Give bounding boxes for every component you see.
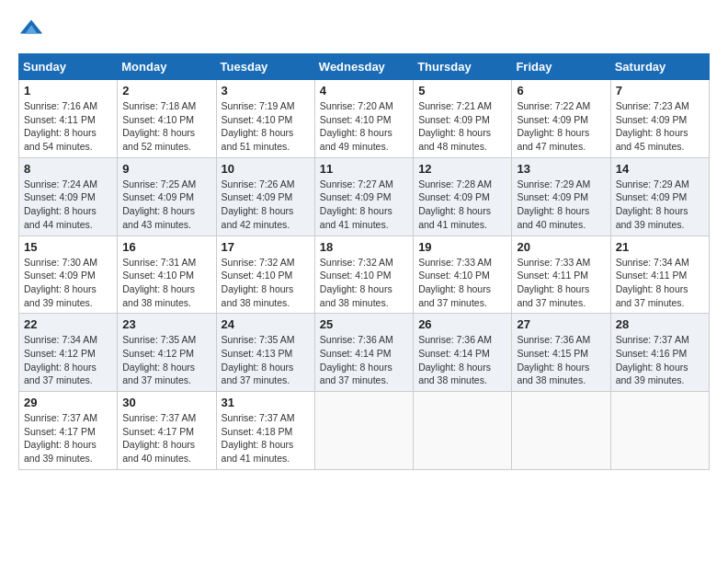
sunrise-text: Sunrise: 7:37 AM bbox=[616, 334, 689, 345]
calendar-cell: 11Sunrise: 7:27 AMSunset: 4:09 PMDayligh… bbox=[314, 157, 413, 236]
calendar-header-friday: Friday bbox=[512, 54, 610, 80]
sunset-text: Sunset: 4:12 PM bbox=[24, 348, 96, 359]
daylight-text: Daylight: 8 hours and 39 minutes. bbox=[616, 362, 688, 386]
calendar-cell: 30Sunrise: 7:37 AMSunset: 4:17 PMDayligh… bbox=[118, 392, 216, 470]
sunrise-text: Sunrise: 7:24 AM bbox=[24, 178, 97, 190]
day-info: Sunrise: 7:36 AMSunset: 4:14 PMDaylight:… bbox=[320, 333, 408, 387]
sunrise-text: Sunrise: 7:33 AM bbox=[517, 257, 590, 268]
sunset-text: Sunset: 4:17 PM bbox=[122, 426, 194, 437]
daylight-text: Daylight: 8 hours and 39 minutes. bbox=[616, 205, 688, 230]
sunset-text: Sunset: 4:09 PM bbox=[24, 191, 96, 202]
sunset-text: Sunset: 4:15 PM bbox=[517, 348, 588, 359]
daylight-text: Daylight: 8 hours and 45 minutes. bbox=[616, 127, 688, 152]
sunset-text: Sunset: 4:11 PM bbox=[24, 114, 96, 125]
day-number: 24 bbox=[222, 317, 310, 331]
day-info: Sunrise: 7:37 AMSunset: 4:18 PMDaylight:… bbox=[222, 411, 310, 465]
sunset-text: Sunset: 4:10 PM bbox=[320, 270, 392, 281]
day-number: 21 bbox=[616, 240, 704, 254]
sunset-text: Sunset: 4:12 PM bbox=[122, 348, 194, 359]
calendar-cell: 26Sunrise: 7:36 AMSunset: 4:14 PMDayligh… bbox=[414, 314, 512, 392]
calendar-cell bbox=[610, 392, 709, 470]
sunrise-text: Sunrise: 7:18 AM bbox=[122, 100, 196, 111]
day-info: Sunrise: 7:27 AMSunset: 4:09 PMDaylight:… bbox=[320, 178, 408, 232]
calendar-cell: 4Sunrise: 7:20 AMSunset: 4:10 PMDaylight… bbox=[314, 80, 413, 158]
daylight-text: Daylight: 8 hours and 37 minutes. bbox=[122, 362, 195, 386]
logo-icon bbox=[18, 15, 44, 40]
week-row-4: 22Sunrise: 7:34 AMSunset: 4:12 PMDayligh… bbox=[19, 314, 710, 392]
daylight-text: Daylight: 8 hours and 38 minutes. bbox=[122, 283, 195, 308]
daylight-text: Daylight: 8 hours and 37 minutes. bbox=[517, 283, 589, 308]
calendar-cell: 12Sunrise: 7:28 AMSunset: 4:09 PMDayligh… bbox=[414, 157, 512, 236]
daylight-text: Daylight: 8 hours and 38 minutes. bbox=[222, 283, 294, 308]
sunset-text: Sunset: 4:09 PM bbox=[517, 191, 588, 202]
calendar-header-tuesday: Tuesday bbox=[216, 54, 314, 80]
daylight-text: Daylight: 8 hours and 37 minutes. bbox=[616, 283, 688, 308]
day-info: Sunrise: 7:33 AMSunset: 4:10 PMDaylight:… bbox=[418, 256, 506, 310]
page-header bbox=[18, 18, 710, 44]
day-number: 18 bbox=[320, 240, 408, 254]
sunrise-text: Sunrise: 7:27 AM bbox=[320, 178, 393, 190]
calendar-header-wednesday: Wednesday bbox=[314, 54, 413, 80]
day-info: Sunrise: 7:33 AMSunset: 4:11 PMDaylight:… bbox=[517, 256, 605, 310]
sunset-text: Sunset: 4:09 PM bbox=[616, 191, 688, 202]
day-number: 2 bbox=[122, 84, 210, 98]
daylight-text: Daylight: 8 hours and 49 minutes. bbox=[320, 127, 392, 152]
calendar-cell: 24Sunrise: 7:35 AMSunset: 4:13 PMDayligh… bbox=[216, 314, 314, 392]
sunrise-text: Sunrise: 7:35 AM bbox=[222, 334, 295, 345]
sunset-text: Sunset: 4:14 PM bbox=[418, 348, 490, 359]
daylight-text: Daylight: 8 hours and 39 minutes. bbox=[24, 439, 97, 464]
sunrise-text: Sunrise: 7:37 AM bbox=[122, 412, 196, 423]
calendar-cell: 27Sunrise: 7:36 AMSunset: 4:15 PMDayligh… bbox=[512, 314, 610, 392]
sunset-text: Sunset: 4:17 PM bbox=[24, 426, 96, 437]
calendar-cell: 6Sunrise: 7:22 AMSunset: 4:09 PMDaylight… bbox=[512, 80, 610, 158]
daylight-text: Daylight: 8 hours and 38 minutes. bbox=[517, 362, 589, 386]
calendar-cell: 16Sunrise: 7:31 AMSunset: 4:10 PMDayligh… bbox=[118, 236, 216, 314]
calendar-cell: 8Sunrise: 7:24 AMSunset: 4:09 PMDaylight… bbox=[19, 157, 118, 236]
day-info: Sunrise: 7:23 AMSunset: 4:09 PMDaylight:… bbox=[616, 99, 704, 154]
day-info: Sunrise: 7:37 AMSunset: 4:17 PMDaylight:… bbox=[24, 411, 112, 465]
day-number: 4 bbox=[320, 84, 408, 98]
sunset-text: Sunset: 4:09 PM bbox=[222, 191, 293, 202]
sunset-text: Sunset: 4:16 PM bbox=[616, 348, 688, 359]
calendar-cell: 1Sunrise: 7:16 AMSunset: 4:11 PMDaylight… bbox=[19, 80, 118, 158]
calendar-cell: 25Sunrise: 7:36 AMSunset: 4:14 PMDayligh… bbox=[314, 314, 413, 392]
calendar-cell: 3Sunrise: 7:19 AMSunset: 4:10 PMDaylight… bbox=[216, 80, 314, 158]
calendar-cell: 20Sunrise: 7:33 AMSunset: 4:11 PMDayligh… bbox=[512, 236, 610, 314]
day-info: Sunrise: 7:35 AMSunset: 4:13 PMDaylight:… bbox=[222, 333, 310, 387]
calendar-cell: 2Sunrise: 7:18 AMSunset: 4:10 PMDaylight… bbox=[118, 80, 216, 158]
daylight-text: Daylight: 8 hours and 39 minutes. bbox=[24, 283, 97, 308]
daylight-text: Daylight: 8 hours and 51 minutes. bbox=[222, 127, 294, 152]
day-number: 10 bbox=[222, 162, 310, 176]
day-info: Sunrise: 7:18 AMSunset: 4:10 PMDaylight:… bbox=[122, 99, 210, 154]
calendar-cell bbox=[414, 392, 512, 470]
week-row-2: 8Sunrise: 7:24 AMSunset: 4:09 PMDaylight… bbox=[19, 157, 710, 236]
week-row-5: 29Sunrise: 7:37 AMSunset: 4:17 PMDayligh… bbox=[19, 392, 710, 470]
day-number: 27 bbox=[517, 317, 605, 331]
sunset-text: Sunset: 4:09 PM bbox=[24, 270, 96, 281]
day-number: 12 bbox=[418, 162, 506, 176]
day-number: 23 bbox=[122, 317, 210, 331]
sunrise-text: Sunrise: 7:32 AM bbox=[222, 257, 295, 268]
daylight-text: Daylight: 8 hours and 37 minutes. bbox=[24, 362, 97, 386]
sunrise-text: Sunrise: 7:32 AM bbox=[320, 257, 393, 268]
sunrise-text: Sunrise: 7:22 AM bbox=[517, 100, 590, 111]
sunset-text: Sunset: 4:09 PM bbox=[616, 114, 688, 125]
sunrise-text: Sunrise: 7:29 AM bbox=[616, 178, 689, 190]
daylight-text: Daylight: 8 hours and 38 minutes. bbox=[320, 283, 392, 308]
sunrise-text: Sunrise: 7:25 AM bbox=[122, 178, 196, 190]
day-info: Sunrise: 7:26 AMSunset: 4:09 PMDaylight:… bbox=[222, 178, 310, 232]
day-number: 26 bbox=[418, 317, 506, 331]
day-number: 16 bbox=[122, 240, 210, 254]
daylight-text: Daylight: 8 hours and 37 minutes. bbox=[222, 362, 294, 386]
daylight-text: Daylight: 8 hours and 42 minutes. bbox=[222, 205, 294, 230]
day-number: 25 bbox=[320, 317, 408, 331]
day-number: 13 bbox=[517, 162, 605, 176]
sunrise-text: Sunrise: 7:20 AM bbox=[320, 100, 393, 111]
sunset-text: Sunset: 4:10 PM bbox=[122, 270, 194, 281]
sunset-text: Sunset: 4:10 PM bbox=[320, 114, 392, 125]
calendar-header-saturday: Saturday bbox=[610, 54, 709, 80]
sunset-text: Sunset: 4:11 PM bbox=[616, 270, 688, 281]
sunset-text: Sunset: 4:18 PM bbox=[222, 426, 293, 437]
daylight-text: Daylight: 8 hours and 38 minutes. bbox=[418, 362, 491, 386]
sunset-text: Sunset: 4:10 PM bbox=[222, 270, 293, 281]
